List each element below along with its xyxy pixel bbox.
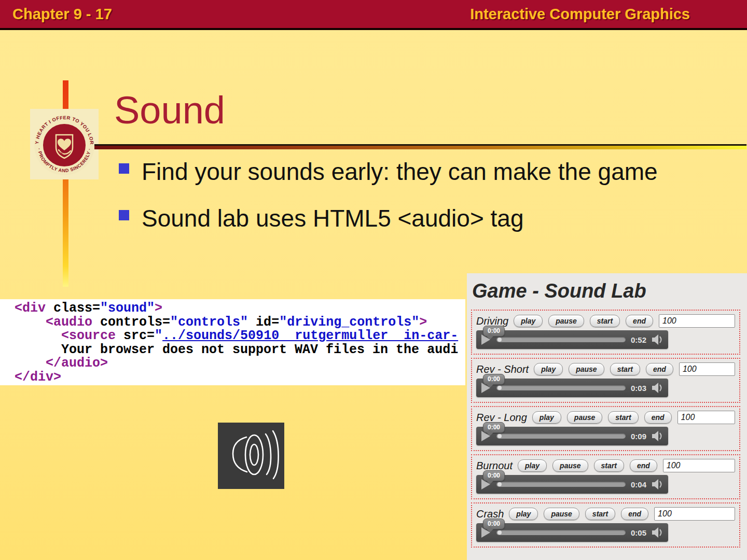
seek-knob[interactable] <box>497 482 502 486</box>
sound-lab-panel: Game - Sound Lab Driving playpausestarte… <box>467 273 747 560</box>
code-token: "sound" <box>100 301 155 316</box>
play-button[interactable]: play <box>514 315 543 327</box>
row-buttons: playpausestartend <box>514 315 659 327</box>
sound-row: Rev - Short playpausestartend 0:00 0:03 <box>471 358 740 403</box>
volume-icon[interactable] <box>651 334 663 345</box>
end-button[interactable]: end <box>626 315 653 327</box>
code-token: class <box>46 301 92 316</box>
code-line: <audio controls="controls" id="driving_c… <box>15 316 465 330</box>
code-token: src <box>116 328 147 343</box>
code-token: controls <box>92 315 162 330</box>
volume-icon[interactable] <box>651 527 663 538</box>
code-line: Your browser does not support WAV files … <box>15 343 465 357</box>
code-token: = <box>147 328 155 343</box>
sound-lab-title: Game - Sound Lab <box>472 279 740 302</box>
volume-input[interactable] <box>679 362 735 376</box>
seek-track[interactable] <box>496 433 626 439</box>
pause-button[interactable]: pause <box>569 363 604 375</box>
play-button[interactable]: play <box>532 411 561 424</box>
slide-title: Sound <box>114 89 225 131</box>
source-url-link[interactable]: ../sounds/50910__rutgermuller__in-car- <box>162 328 458 343</box>
start-button[interactable]: start <box>585 508 615 520</box>
time-bubble: 0:00 <box>483 326 505 337</box>
sound-row-controls: Burnout playpausestartend <box>476 459 735 472</box>
code-token: "driving_controls" <box>279 315 419 330</box>
play-button[interactable]: play <box>534 363 563 375</box>
bullet-item: Find your sounds early: they can make th… <box>118 156 686 188</box>
sound-row: Burnout playpausestartend 0:00 0:04 <box>471 454 740 499</box>
code-token: = <box>92 301 100 316</box>
course-title-label: Interactive Computer Graphics <box>470 6 690 23</box>
start-button[interactable]: start <box>594 459 624 472</box>
pause-button[interactable]: pause <box>544 508 579 520</box>
end-button[interactable]: end <box>621 508 648 520</box>
sound-rows: Driving playpausestartend 0:00 0:52 Rev … <box>471 310 740 548</box>
seek-track[interactable] <box>496 385 626 390</box>
duration-label: 0:04 <box>631 480 646 489</box>
bullet-item: Sound lab uses HTML5 <audio> tag <box>118 202 686 235</box>
code-token: id <box>248 315 271 330</box>
code-line: <div class="sound"> <box>15 302 465 316</box>
duration-label: 0:09 <box>631 432 646 441</box>
title-rule <box>94 144 746 149</box>
code-token: > <box>155 301 162 316</box>
audio-player: 0:00 0:04 <box>476 475 668 494</box>
seek-knob[interactable] <box>497 434 502 438</box>
play-button[interactable]: play <box>509 508 538 520</box>
code-line: <source src="../sounds/50910__rutgermull… <box>15 329 465 343</box>
volume-icon[interactable] <box>651 382 663 394</box>
volume-icon[interactable] <box>651 479 663 490</box>
seek-knob[interactable] <box>497 530 502 535</box>
seek-knob[interactable] <box>497 386 502 390</box>
play-button[interactable]: play <box>518 459 547 472</box>
code-token: "controls" <box>170 315 248 330</box>
sound-row-controls: Driving playpausestartend <box>476 314 735 328</box>
duration-label: 0:03 <box>631 384 646 393</box>
sound-row: Rev - Long playpausestartend 0:00 0:09 <box>471 406 740 451</box>
volume-input[interactable] <box>654 507 735 521</box>
code-token <box>15 356 46 371</box>
time-bubble: 0:00 <box>483 519 505 529</box>
code-line: </audio> <box>15 357 465 371</box>
audio-player: 0:00 0:03 <box>476 379 668 397</box>
code-token: </audio> <box>46 356 108 371</box>
volume-input[interactable] <box>663 459 735 472</box>
pause-button[interactable]: pause <box>567 411 602 424</box>
school-seal: MY HEART I OFFER TO YOU LORD · PROMPTLY … <box>30 109 99 179</box>
code-token: = <box>162 315 170 330</box>
row-label: Rev - Short <box>476 363 529 375</box>
time-bubble: 0:00 <box>483 374 505 385</box>
time-bubble: 0:00 <box>483 470 505 481</box>
code-box: <div class="sound"> <audio controls="con… <box>0 299 465 385</box>
start-button[interactable]: start <box>590 315 620 327</box>
pause-button[interactable]: pause <box>548 315 584 327</box>
end-button[interactable]: end <box>630 459 657 472</box>
duration-label: 0:52 <box>631 335 646 344</box>
seek-track[interactable] <box>496 482 626 487</box>
chapter-label: Chapter 9 - 17 <box>12 6 112 23</box>
pause-button[interactable]: pause <box>552 459 588 472</box>
row-buttons: playpausestartend <box>532 411 677 424</box>
speaker-image <box>218 423 284 489</box>
code-token: Your browser does not support WAV files … <box>15 342 458 357</box>
row-buttons: playpausestartend <box>518 459 663 472</box>
seek-knob[interactable] <box>497 338 502 342</box>
end-button[interactable]: end <box>646 363 673 375</box>
code-token: <audio <box>46 315 92 330</box>
sound-row-controls: Rev - Long playpausestartend <box>476 411 735 424</box>
seek-track[interactable] <box>496 530 626 535</box>
start-button[interactable]: start <box>610 363 640 375</box>
header-bar: Chapter 9 - 17 Interactive Computer Grap… <box>0 0 747 30</box>
start-button[interactable]: start <box>608 411 638 424</box>
seek-track[interactable] <box>496 337 626 342</box>
volume-icon[interactable] <box>651 430 663 442</box>
time-bubble: 0:00 <box>483 422 505 433</box>
code-token: > <box>419 315 427 330</box>
code-token: <div <box>15 301 46 316</box>
code-token: </div> <box>15 370 61 385</box>
code-token: <source <box>61 328 116 343</box>
volume-input[interactable] <box>659 314 735 328</box>
end-button[interactable]: end <box>644 411 672 424</box>
volume-input[interactable] <box>677 411 735 424</box>
sound-row: Driving playpausestartend 0:00 0:52 <box>471 310 740 355</box>
